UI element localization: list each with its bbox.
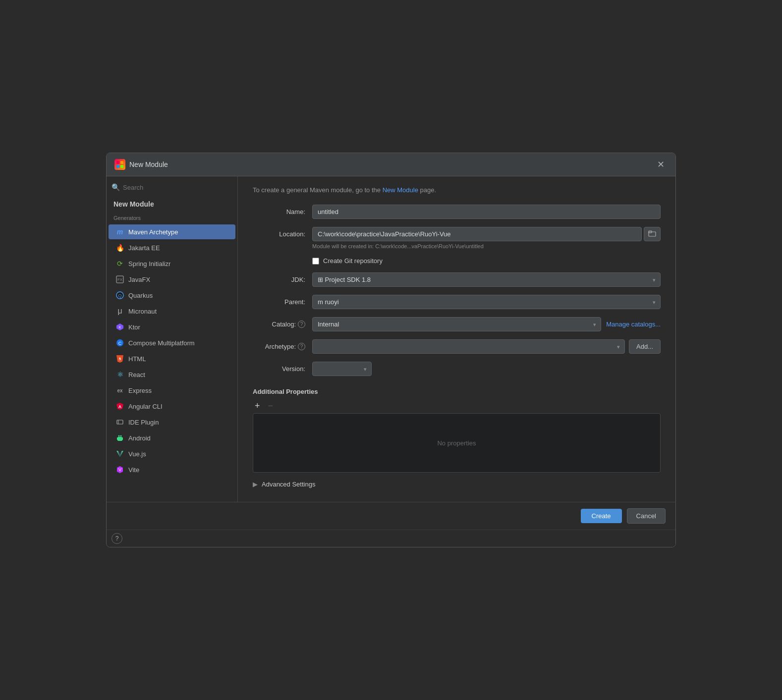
location-wrap (312, 227, 661, 241)
title-bar-left: New Module (114, 159, 168, 170)
sidebar-item-quarkus[interactable]: Q Quarkus (109, 288, 235, 303)
sidebar-item-angular-cli[interactable]: A Angular CLI (109, 399, 235, 414)
remove-property-button[interactable]: − (266, 400, 276, 411)
sidebar-item-label: HTML (128, 355, 146, 363)
archetype-row: Archetype: ? ▾ Add... (253, 339, 661, 354)
jdk-label: JDK: (253, 276, 312, 283)
sidebar-item-react[interactable]: ⚛ React (109, 367, 235, 382)
info-text: To create a general Maven module, go to … (253, 186, 661, 194)
git-checkbox-row: Create Git repository (312, 257, 661, 265)
svg-rect-3 (120, 165, 123, 168)
dialog-title: New Module (129, 161, 168, 168)
svg-point-20 (120, 435, 122, 437)
sidebar-item-label: Express (128, 387, 152, 394)
version-select[interactable] (312, 362, 372, 376)
compose-icon: C (115, 338, 124, 347)
sidebar-item-compose-multiplatform[interactable]: C Compose Multiplatform (109, 335, 235, 350)
sidebar-item-ktor[interactable]: K Ktor (109, 320, 235, 334)
manage-catalogs-link[interactable]: Manage catalogs... (606, 321, 661, 328)
location-field: Module will be created in: C:\work\code.… (312, 227, 661, 249)
react-icon: ⚛ (115, 370, 124, 379)
quarkus-icon: Q (115, 291, 124, 300)
spring-icon: ⟳ (115, 259, 124, 268)
svg-rect-0 (116, 161, 119, 164)
jakarta-icon: 🔥 (115, 243, 124, 252)
jdk-select-wrap: ⊞ Project SDK 1.8 ▾ (312, 272, 661, 287)
html-icon: 5 (115, 354, 124, 363)
sidebar-item-label: IDE Plugin (128, 419, 159, 426)
additional-properties-title: Additional Properties (253, 388, 661, 395)
name-label: Name: (253, 208, 312, 215)
sidebar-item-maven-archetype[interactable]: m Maven Archetype (109, 224, 235, 239)
search-input[interactable] (123, 184, 232, 191)
browse-button[interactable] (644, 227, 661, 241)
title-bar: New Module ✕ (107, 153, 675, 176)
parent-select[interactable]: m ruoyi (312, 295, 661, 309)
ide-plugin-icon (115, 418, 124, 427)
new-module-dialog: New Module ✕ 🔍 New Module Generators m M… (106, 153, 676, 547)
svg-rect-2 (116, 165, 119, 168)
catalog-row: Catalog: ? Internal ▾ Manage catalogs... (253, 317, 661, 331)
add-property-button[interactable]: + (253, 400, 262, 411)
advanced-settings-row[interactable]: ▶ Advanced Settings (253, 473, 661, 492)
location-label: Location: (253, 227, 312, 238)
sidebar-item-vite[interactable]: V Vite (109, 462, 235, 477)
props-toolbar: + − (253, 400, 661, 411)
add-archetype-button[interactable]: Add... (629, 339, 661, 354)
jdk-row: JDK: ⊞ Project SDK 1.8 ▾ (253, 272, 661, 287)
bottom-help-bar: ? (107, 530, 675, 547)
catalog-select-wrap: Internal ▾ (312, 317, 601, 331)
search-box: 🔍 (107, 181, 237, 193)
catalog-select[interactable]: Internal (312, 317, 601, 331)
ktor-icon: K (115, 323, 124, 331)
sidebar-item-spring-initializr[interactable]: ⟳ Spring Initializr (109, 256, 235, 271)
cancel-button[interactable]: Cancel (627, 508, 666, 524)
sidebar-item-vuejs[interactable]: Vue.js (109, 446, 235, 461)
archetype-select[interactable] (312, 339, 625, 354)
express-icon: ex (115, 386, 124, 395)
catalog-help-icon[interactable]: ? (298, 321, 305, 328)
sidebar: 🔍 New Module Generators m Maven Archetyp… (107, 176, 238, 502)
svg-text:C: C (118, 341, 122, 346)
archetype-field-row: ▾ Add... (312, 339, 661, 354)
git-checkbox[interactable] (312, 258, 319, 265)
app-icon (114, 159, 125, 170)
angular-icon: A (115, 402, 124, 411)
svg-rect-16 (117, 420, 123, 424)
sidebar-item-express[interactable]: ex Express (109, 383, 235, 398)
vuejs-icon (115, 449, 124, 458)
generators-heading: Generators (107, 214, 237, 224)
svg-rect-21 (117, 437, 118, 440)
help-button[interactable]: ? (112, 533, 122, 544)
sidebar-item-label: Angular CLI (128, 403, 163, 410)
sidebar-item-ide-plugin[interactable]: IDE Plugin (109, 415, 235, 430)
android-icon (115, 433, 124, 442)
catalog-field-row: Internal ▾ Manage catalogs... (312, 317, 661, 331)
svg-text:V: V (118, 467, 121, 472)
sidebar-item-micronaut[interactable]: μ Micronaut (109, 304, 235, 319)
svg-text:A: A (118, 404, 122, 409)
properties-area: No properties (253, 413, 661, 473)
sidebar-item-label: JavaFX (128, 276, 150, 283)
search-icon: 🔍 (112, 183, 120, 191)
javafx-icon: FX (115, 275, 124, 284)
create-button[interactable]: Create (581, 509, 622, 523)
new-module-link[interactable]: New Module (383, 186, 418, 194)
close-button[interactable]: ✕ (654, 158, 668, 171)
name-input[interactable] (312, 205, 661, 219)
location-hint: Module will be created in: C:\work\code.… (312, 243, 661, 249)
git-label[interactable]: Create Git repository (323, 257, 383, 265)
archetype-select-wrap: ▾ (312, 339, 625, 354)
sidebar-item-html[interactable]: 5 HTML (109, 351, 235, 366)
svg-text:FX: FX (117, 277, 123, 282)
sidebar-item-javafx[interactable]: FX JavaFX (109, 272, 235, 287)
archetype-help-icon[interactable]: ? (298, 343, 305, 350)
sidebar-item-jakarta-ee[interactable]: 🔥 Jakarta EE (109, 240, 235, 255)
svg-point-19 (118, 435, 120, 437)
jdk-select[interactable]: ⊞ Project SDK 1.8 (312, 272, 661, 287)
catalog-label-group: Catalog: ? (253, 321, 312, 328)
sidebar-item-label: Vite (128, 466, 139, 474)
location-input[interactable] (312, 227, 642, 241)
additional-properties-section: Additional Properties + − No properties (253, 388, 661, 473)
sidebar-item-android[interactable]: Android (109, 431, 235, 445)
